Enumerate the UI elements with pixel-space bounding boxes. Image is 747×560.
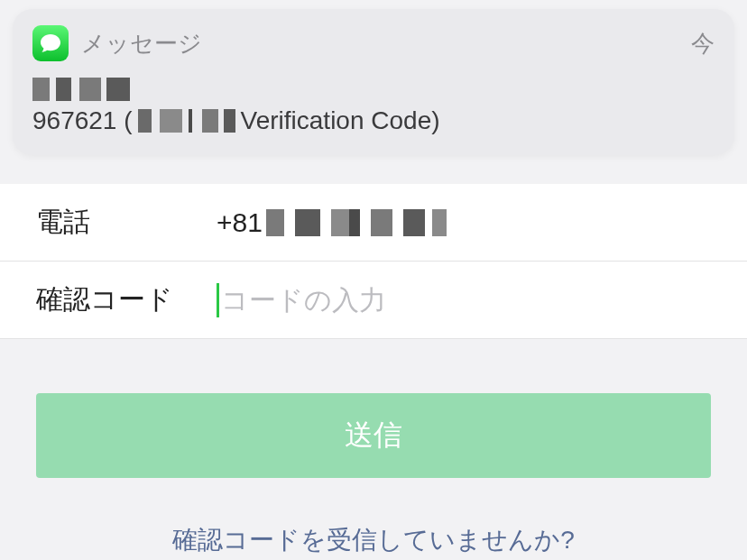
notification-header-left: メッセージ (32, 25, 202, 61)
sms-notification-banner[interactable]: メッセージ 今 967621 ( Verification Code) (13, 9, 734, 155)
phone-value: +81 (217, 207, 447, 238)
verification-form: 電話 +81 確認コード (0, 184, 747, 339)
phone-row: 電話 +81 (0, 184, 747, 262)
redacted-phone-number (266, 209, 447, 236)
messages-app-icon (32, 25, 69, 61)
code-row: 確認コード (0, 262, 747, 339)
resend-code-link[interactable]: 確認コードを受信していませんか? (0, 523, 747, 557)
verification-code-input[interactable] (217, 283, 711, 317)
phone-prefix: +81 (217, 207, 263, 238)
notification-time: 今 (691, 28, 715, 60)
phone-label: 電話 (36, 204, 189, 241)
code-label: 確認コード (36, 281, 189, 318)
notification-sender (32, 78, 715, 101)
notification-header: メッセージ 今 (32, 25, 715, 61)
redacted-service-name (138, 109, 235, 133)
notification-body-suffix: Verification Code) (241, 106, 440, 135)
submit-area: 送信 (0, 339, 747, 478)
submit-button[interactable]: 送信 (36, 393, 711, 478)
redacted-sender (32, 78, 130, 101)
code-input-wrap (217, 283, 711, 317)
speech-bubble-icon (40, 33, 61, 53)
notification-body: 967621 ( Verification Code) (32, 106, 715, 135)
notification-body-prefix: 967621 ( (32, 106, 133, 135)
notification-app-name: メッセージ (81, 28, 202, 60)
